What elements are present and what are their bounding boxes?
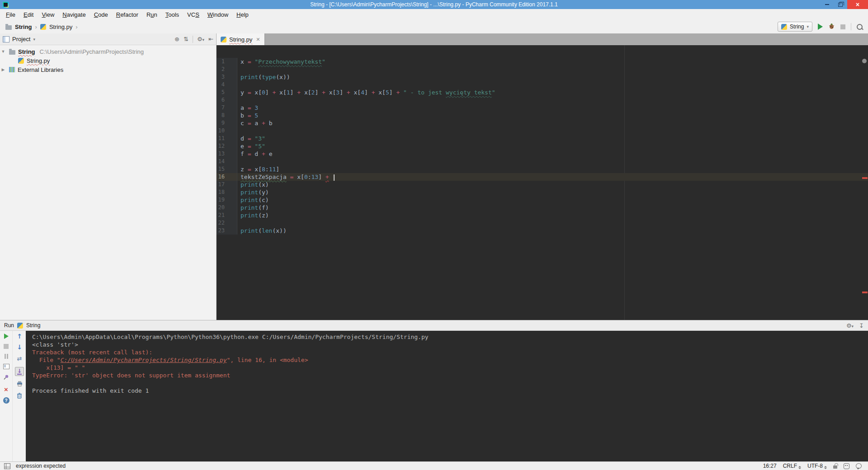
menu-run[interactable]: Run xyxy=(142,11,161,18)
scroll-to-end-button[interactable]: ↓ xyxy=(15,367,24,376)
code-line-3: 3print(type(x)) xyxy=(217,73,868,81)
error-stripe-mark[interactable] xyxy=(862,177,868,179)
hide-panel-icon[interactable]: ↧ xyxy=(859,323,864,329)
soft-wrap-button[interactable]: ⇄ xyxy=(17,355,22,362)
stop-button[interactable] xyxy=(840,24,845,29)
run-toolbar-console: ↑ ↓ ⇄ ↓ xyxy=(13,331,26,462)
line-separator-select[interactable]: CRLF xyxy=(783,463,801,469)
up-stack-trace-button[interactable]: ↑ xyxy=(17,334,22,339)
python-icon xyxy=(40,24,46,30)
print-button[interactable] xyxy=(17,381,23,388)
tree-item-project-root[interactable]: ▼ String C:\Users\Admin\PycharmProjects\… xyxy=(0,47,216,56)
close-button[interactable]: × xyxy=(847,0,868,9)
run-config-name: String xyxy=(790,24,804,30)
code-line-10: 10 xyxy=(217,127,868,135)
project-root-name: String xyxy=(18,48,35,55)
caret-position[interactable]: 16:27 xyxy=(763,463,777,469)
navigation-bar: String › String.py › String ▾ xyxy=(0,20,868,34)
code-line-7: 7a = 3 xyxy=(217,104,868,112)
run-panel-header: Run String ⚙▾ ↧ xyxy=(0,320,868,331)
encoding-select[interactable]: UTF-8 xyxy=(807,463,827,469)
rerun-button[interactable] xyxy=(4,334,9,339)
menu-tools[interactable]: Tools xyxy=(161,11,183,18)
run-panel-title[interactable]: Run xyxy=(4,322,14,329)
menu-refactor[interactable]: Refactor xyxy=(112,11,142,18)
run-panel: Run String ⚙▾ ↧ × ? xyxy=(0,320,868,462)
event-balloon-icon[interactable] xyxy=(856,463,862,469)
menu-file[interactable]: File xyxy=(2,11,19,18)
restore-button[interactable] xyxy=(834,0,847,9)
collapse-all-icon[interactable]: ⇅ xyxy=(184,36,189,42)
trash-icon xyxy=(17,393,22,399)
search-everywhere-button[interactable] xyxy=(857,24,863,30)
chevron-right-icon: › xyxy=(75,24,77,30)
run-session-tab[interactable]: String xyxy=(26,322,40,329)
code-line-6: 6 xyxy=(217,96,868,104)
gear-icon[interactable]: ⚙▾ xyxy=(846,323,854,329)
console-line: TypeError: 'str' object does not support… xyxy=(32,371,868,379)
chevron-down-icon: ▾ xyxy=(807,24,809,29)
chevron-expanded-icon[interactable]: ▼ xyxy=(0,49,6,54)
close-icon: × xyxy=(856,1,859,8)
help-button[interactable]: ? xyxy=(3,397,9,404)
restore-icon xyxy=(838,3,843,7)
pause-output-button[interactable] xyxy=(5,354,8,359)
menu-vcs[interactable]: VCS xyxy=(183,11,203,18)
lock-icon[interactable] xyxy=(833,465,837,469)
menu-help[interactable]: Help xyxy=(232,11,253,18)
toolwindow-switcher-icon[interactable] xyxy=(4,463,10,469)
code-line-4: 4 xyxy=(217,81,868,89)
run-console[interactable]: C:\Users\Admin\AppData\Local\Programs\Py… xyxy=(26,331,868,462)
editor: String.py ✕ 1x = "Przechowywanytekst"23p… xyxy=(217,33,868,320)
gear-icon[interactable]: ⚙▾ xyxy=(197,36,204,42)
window-title: String - [C:\Users\Admin\PycharmProjects… xyxy=(0,1,868,8)
menu-edit[interactable]: Edit xyxy=(19,11,38,18)
tab-string-py[interactable]: String.py ✕ xyxy=(217,33,265,45)
editor-body[interactable]: 1x = "Przechowywanytekst"23print(type(x)… xyxy=(217,45,868,320)
close-tab-button[interactable]: × xyxy=(4,386,8,392)
debug-button[interactable] xyxy=(828,23,835,31)
down-stack-trace-button[interactable]: ↓ xyxy=(17,344,22,350)
hide-panel-icon[interactable]: ⇤ xyxy=(208,36,213,42)
error-stripe-mark[interactable] xyxy=(862,291,868,293)
minimize-button[interactable] xyxy=(820,0,834,9)
pin-tab-button[interactable] xyxy=(3,374,9,381)
scroll-to-end-icon: ↓ xyxy=(17,369,22,375)
breadcrumb-project[interactable]: String xyxy=(15,24,32,30)
code-line-22: 22 xyxy=(217,219,868,227)
console-line xyxy=(32,379,868,387)
menu-navigate[interactable]: Navigate xyxy=(58,11,90,18)
external-libraries-icon xyxy=(9,67,15,72)
python-icon xyxy=(17,323,23,329)
code-line-15: 15z = x[8:11] xyxy=(217,165,868,173)
inspections-widget-icon[interactable] xyxy=(862,59,867,63)
menu-view[interactable]: View xyxy=(38,11,58,18)
tab-close-icon[interactable]: ✕ xyxy=(256,37,260,42)
clear-console-button[interactable] xyxy=(17,393,22,400)
run-configuration-select[interactable]: String ▾ xyxy=(778,22,812,32)
toolbar-separator xyxy=(851,23,851,30)
locate-icon[interactable]: ⊕ xyxy=(175,36,179,42)
chevron-down-icon[interactable]: ▾ xyxy=(33,37,35,42)
toolbar-separator xyxy=(193,36,193,43)
run-button[interactable] xyxy=(818,24,823,30)
pin-icon xyxy=(3,374,9,380)
tree-item-external-libraries[interactable]: ▶ External Libraries xyxy=(0,65,216,74)
menu-code[interactable]: Code xyxy=(90,11,112,18)
console-line: C:\Users\Admin\AppData\Local\Programs\Py… xyxy=(32,333,868,341)
code-line-19: 19print(c) xyxy=(217,196,868,204)
project-panel-title[interactable]: Project xyxy=(12,36,30,42)
tree-item-file[interactable]: String.py xyxy=(0,56,216,65)
line-separator-value: CRLF xyxy=(783,463,797,469)
menu-window[interactable]: Window xyxy=(203,11,232,18)
code-area[interactable]: 1x = "Przechowywanytekst"23print(type(x)… xyxy=(217,45,868,235)
stop-button[interactable] xyxy=(4,344,9,349)
chevron-collapsed-icon[interactable]: ▶ xyxy=(0,67,6,72)
chevron-right-icon: › xyxy=(35,24,37,30)
hector-inspector-icon[interactable] xyxy=(844,463,849,469)
restore-layout-button[interactable] xyxy=(3,364,9,369)
python-icon xyxy=(221,37,226,42)
breadcrumb-file[interactable]: String.py xyxy=(49,24,72,30)
folder-icon xyxy=(9,50,15,55)
project-tree: ▼ String C:\Users\Admin\PycharmProjects\… xyxy=(0,45,216,74)
